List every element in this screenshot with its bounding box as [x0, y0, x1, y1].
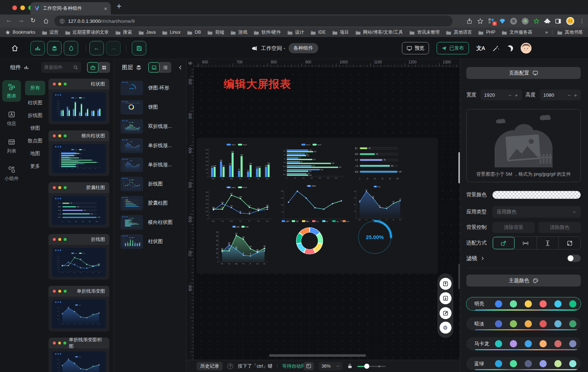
bookmark-folder[interactable]: 软件/硬件: [253, 29, 281, 35]
forward-icon[interactable]: →: [18, 17, 24, 24]
component-card[interactable]: 胶囊柱图 厦门20南阳40北京60上海80新疆100020406080100: [49, 182, 109, 228]
slider-knob[interactable]: [364, 364, 369, 369]
fit-full-button[interactable]: [558, 237, 580, 249]
component-search[interactable]: [41, 62, 81, 73]
bookmark-folder[interactable]: 近期需要读的文章: [65, 29, 109, 35]
theme-row[interactable]: 马卡龙: [466, 337, 581, 350]
fit-height-button[interactable]: [537, 237, 559, 249]
settings-gear-button[interactable]: ⚙: [440, 322, 452, 334]
component-card-body[interactable]: data1050100150200MonTueWedThuFriSatSun12…: [49, 348, 109, 372]
component-card-preview[interactable]: data1data2050100150200250300350MonTueWed…: [52, 248, 106, 277]
layer-item[interactable]: data1050100150200MonTueWedThuFriSatSun12…: [121, 158, 186, 172]
undo-button[interactable]: ←: [89, 41, 104, 55]
bookmark-folder[interactable]: 游戏: [230, 29, 247, 35]
theme-color-header[interactable]: 主题颜色: [466, 275, 581, 287]
new-tab-button[interactable]: +: [117, 1, 121, 11]
filter-mode-button[interactable]: [64, 41, 78, 55]
component-card-preview[interactable]: data1050100150200MonTueWedThuFriSatSun12…: [52, 351, 106, 372]
bookmark-folder[interactable]: 文件服务器: [501, 29, 532, 35]
bookmark-folder[interactable]: 运营: [42, 29, 59, 35]
height-minus-button[interactable]: −: [567, 92, 571, 98]
layer-item[interactable]: MonTueWedThuFriSatSun 饼图: [121, 100, 186, 114]
workspace-name-pill[interactable]: 各种组件: [289, 43, 318, 53]
browser-menu-icon[interactable]: ⋮: [579, 18, 585, 24]
search-icon[interactable]: [73, 65, 78, 70]
layer-item[interactable]: data1data2050100150200250300Sun130160Sat…: [121, 215, 186, 230]
extension-star-icon[interactable]: [533, 18, 539, 24]
bookmarks-root[interactable]: Bookmarks: [5, 30, 35, 35]
tab-widgets[interactable]: 小组件: [2, 163, 21, 184]
background-upload-area[interactable]: 背景图需小于 5M ，格式为 png/jpg/gif 的文件: [466, 109, 581, 182]
component-card-body[interactable]: 厦门20南阳40北京60上海80新疆100020406080100: [49, 193, 109, 228]
bookmark-folder[interactable]: IDE: [310, 29, 326, 35]
user-avatar[interactable]: [521, 43, 532, 54]
layer-item[interactable]: data1050100150200MonTueWedThuFriSatSun12…: [121, 138, 186, 153]
search-input[interactable]: [44, 65, 72, 70]
layer-thumbnail[interactable]: MonTueWedThuFriSatSun: [121, 100, 143, 114]
category-item[interactable]: 折线图: [25, 109, 45, 122]
publish-button[interactable]: 已发布: [437, 42, 469, 54]
extension-command-icon[interactable]: ⌘: [510, 18, 517, 25]
chart-capsule-bar[interactable]: 厦门20南阳40北京60上海80新疆100020406080100: [351, 143, 405, 182]
layer-list-toggle[interactable]: [160, 62, 171, 72]
category-item[interactable]: 所有: [25, 81, 45, 95]
chart-pie-donut[interactable]: MonTueWedThuFriSatSun: [270, 218, 354, 272]
layer-item[interactable]: data1data2050100150200250300350MonTueWed…: [121, 177, 186, 191]
component-card-preview[interactable]: data1data2050100150200250300350MonTueWed…: [52, 92, 106, 121]
bookmark-folder[interactable]: 其他语言: [446, 29, 472, 35]
fit-width-button[interactable]: [514, 237, 537, 249]
component-card-body[interactable]: data1050100150200MonTueWedThuFriSatSun12…: [49, 297, 109, 331]
magic-wand-icon[interactable]: [492, 45, 499, 52]
history-button[interactable]: 历史记录: [197, 362, 223, 371]
bookmark-folder[interactable]: 网站/博客/文章/工具: [355, 29, 403, 35]
layers-mode-button[interactable]: [47, 41, 62, 55]
reload-icon[interactable]: ↻: [30, 17, 35, 24]
eye-icon[interactable]: [188, 61, 193, 66]
filter-toggle[interactable]: [567, 255, 581, 262]
horizontal-scrollbar[interactable]: [269, 354, 366, 357]
width-minus-button[interactable]: −: [508, 92, 512, 98]
tab-charts[interactable]: 图表: [2, 80, 21, 102]
tab-close-icon[interactable]: ×: [104, 5, 107, 12]
dark-mode-icon[interactable]: [507, 45, 514, 52]
single-view-toggle[interactable]: [87, 62, 98, 72]
layer-item[interactable]: 25.00% 饼图-环形: [121, 81, 186, 95]
collapse-panel-icon[interactable]: [178, 65, 183, 70]
layer-thumbnail[interactable]: 25.00%: [121, 81, 143, 95]
component-card[interactable]: 柱状图 data1data2050100150200250300350MonTu…: [49, 79, 109, 124]
component-card-body[interactable]: data1data2050100150200250300350MonTueWed…: [49, 245, 109, 280]
url-bar[interactable]: 127.0.0.1:3000/#/chart/home/9: [54, 16, 453, 26]
bookmark-folder[interactable]: 资讯未整理: [409, 29, 440, 35]
bookmark-folder[interactable]: 设计: [287, 29, 304, 35]
grid-view-toggle[interactable]: [98, 62, 110, 72]
category-item[interactable]: 更多: [25, 160, 45, 172]
browser-tab[interactable]: 工作空间-各种组件 ×: [30, 2, 111, 14]
tab-info[interactable]: 信息: [2, 108, 21, 129]
info-icon[interactable]: [59, 18, 65, 24]
canvas-body[interactable]: 编辑大屏报表 data1data2050100150200250300350Mo…: [194, 67, 460, 360]
chart-line-area-double[interactable]: data1data2050100150200250300350MonTueWed…: [213, 224, 270, 269]
layer-thumbnail[interactable]: data1data2050100150200250300350MonTueWed…: [121, 119, 143, 134]
bg-color-swatch[interactable]: [492, 191, 581, 199]
window-close-button[interactable]: [12, 5, 17, 10]
sidebar-toggle-icon[interactable]: [555, 18, 561, 24]
chart-line-double[interactable]: data1data2050100150200250300350MonTueWed…: [202, 185, 274, 226]
component-card[interactable]: 横向柱状图 data1data2050100150200250300Sun130…: [49, 130, 109, 176]
layer-thumbnail[interactable]: data1050100150200MonTueWedThuFriSatSun12…: [121, 158, 143, 172]
component-card-body[interactable]: data1data2050100150200250300350MonTueWed…: [49, 89, 109, 124]
preview-button[interactable]: 预览: [402, 42, 429, 54]
bookmark-folder[interactable]: DB: [187, 29, 201, 35]
bookmark-folder[interactable]: 前端: [207, 29, 224, 35]
bookmark-star-icon[interactable]: [477, 18, 483, 24]
category-item[interactable]: 饼图: [25, 122, 45, 134]
category-item[interactable]: 柱状图: [25, 96, 45, 109]
theme-row[interactable]: 蓝绿: [466, 357, 581, 370]
component-card[interactable]: 折线图 data1data2050100150200250300350MonTu…: [49, 234, 109, 280]
extension-dot-icon[interactable]: [522, 18, 529, 25]
chart-horizontal-bar[interactable]: data1data2050100150200250300Sun130160Sat…: [277, 142, 348, 184]
layer-thumbnail[interactable]: data1data2050100150200250300350MonTueWed…: [121, 177, 143, 191]
clear-background-button[interactable]: 清除背景: [492, 222, 535, 233]
height-stepper[interactable]: 1080 − +: [540, 89, 581, 100]
bookmark-folder[interactable]: 项目: [332, 29, 349, 35]
layer-thumbnail[interactable]: data1data2050100150200250300350MonTueWed…: [121, 234, 143, 249]
